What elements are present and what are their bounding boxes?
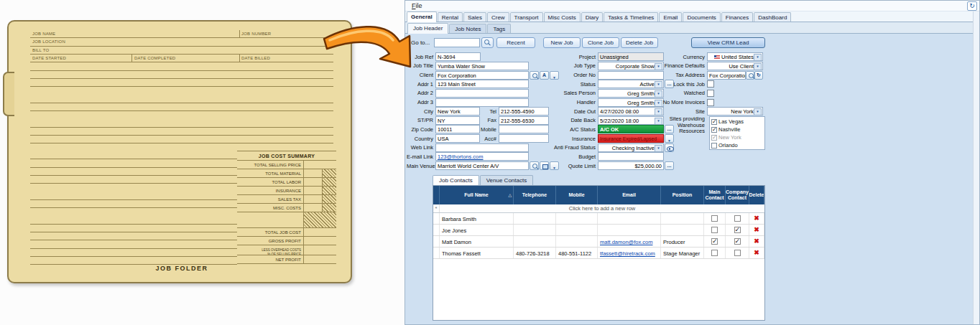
mobile-cell[interactable]: 480-551-1122 <box>556 248 598 258</box>
tab-transport[interactable]: Transport <box>510 12 543 22</box>
delete-cell[interactable]: ✖ <box>749 248 764 258</box>
email-cell[interactable]: tfassett@hiretrack.com <box>598 248 661 258</box>
job-ref-field[interactable]: N-3694 <box>435 52 481 61</box>
search-icon[interactable] <box>481 37 494 48</box>
telephone-cell[interactable] <box>514 213 556 224</box>
tax-address-field[interactable]: Fox Corporation <box>707 71 746 80</box>
country-field[interactable]: USA <box>435 134 480 143</box>
tab-rental[interactable]: Rental <box>438 12 463 22</box>
telephone-cell[interactable] <box>514 225 556 235</box>
tab-tasks-timelines[interactable]: Tasks & Timelines <box>604 12 658 22</box>
main-contact-cell[interactable] <box>704 236 726 247</box>
addr1-field[interactable]: 123 Main Street <box>435 80 529 88</box>
contact-row-matt-damon[interactable]: Matt Damon matt.damon@fox.com Producer ✖ <box>433 236 764 248</box>
main-contact-checkbox[interactable] <box>711 250 718 256</box>
delete-icon[interactable]: ✖ <box>754 215 759 222</box>
column-header-email[interactable]: Email <box>598 186 661 204</box>
telephone-cell[interactable]: 480-726-3218 <box>514 248 556 258</box>
lock-job-checkbox[interactable] <box>707 80 714 88</box>
mobile-cell[interactable] <box>556 213 598 224</box>
menu-file[interactable]: File <box>412 2 422 9</box>
finance-defaults-select[interactable]: Use Client <box>707 62 763 70</box>
clone-job-button[interactable]: Clone Job <box>582 37 619 48</box>
email-link[interactable]: tfassett@hiretrack.com <box>600 250 655 257</box>
tab-documents[interactable]: Documents <box>683 12 720 22</box>
web-link-field[interactable] <box>435 143 529 152</box>
site-checkbox[interactable] <box>711 143 717 149</box>
refresh-icon[interactable]: ↻ <box>967 1 977 11</box>
venue-search-icon[interactable] <box>530 161 539 170</box>
full-name-cell[interactable]: Thomas Fassett <box>440 248 514 258</box>
email-link-field[interactable]: 123@thortons.com <box>435 152 529 161</box>
delete-icon[interactable]: ✖ <box>754 250 759 256</box>
company-contact-checkbox[interactable] <box>734 215 741 222</box>
quote-limit-ellipsis-icon[interactable] <box>665 161 674 170</box>
zip-field[interactable]: 10011 <box>435 125 480 133</box>
new-job-button[interactable]: New Job <box>543 37 581 48</box>
view-crm-lead-button[interactable]: View CRM Lead <box>691 37 765 48</box>
quote-limit-field[interactable]: $25,000.00 <box>598 161 664 170</box>
full-name-cell[interactable]: Barbara Smith <box>440 213 514 224</box>
main-venue-field[interactable]: Marriott World Center A/V <box>435 161 529 170</box>
column-header-main-contact[interactable]: Main Contact <box>704 186 726 204</box>
site-item-nashville[interactable]: Nashville <box>711 126 763 133</box>
company-contact-cell[interactable] <box>726 236 749 247</box>
column-header-full-name[interactable]: Full Name△ <box>440 186 514 204</box>
telephone-cell[interactable] <box>514 236 556 247</box>
main-contact-checkbox[interactable] <box>711 227 718 233</box>
site-item-las-vegas[interactable]: Las Vegas <box>711 118 763 126</box>
warehouse-sites-list[interactable]: Las Vegas Nashville New York Orlando <box>709 116 765 150</box>
delete-icon[interactable]: ✖ <box>754 238 759 245</box>
recent-button[interactable]: Recent <box>496 37 535 48</box>
column-header-delete[interactable]: Delete <box>749 186 764 204</box>
delete-icon[interactable]: ✖ <box>754 227 759 233</box>
job-title-field[interactable]: Yumba Water Show <box>435 62 529 70</box>
grid-add-row[interactable]: * Click here to add a new row <box>433 204 764 213</box>
tab-crew[interactable]: Crew <box>487 12 509 22</box>
main-contact-checkbox[interactable] <box>711 238 718 245</box>
subtab-job-notes[interactable]: Job Notes <box>449 24 486 33</box>
site-checkbox[interactable] <box>711 119 717 125</box>
tab-venue-contacts[interactable]: Venue Contacts <box>480 175 533 185</box>
company-contact-checkbox[interactable] <box>734 250 741 256</box>
column-header-company-contact[interactable]: Company Contact <box>726 186 749 204</box>
position-cell[interactable] <box>661 225 704 235</box>
mobile-cell[interactable] <box>556 236 598 247</box>
tab-dashboard[interactable]: DashBoard <box>754 12 791 22</box>
client-search-icon[interactable] <box>530 71 539 80</box>
site-item-orlando[interactable]: Orlando <box>711 141 763 149</box>
main-contact-cell[interactable] <box>704 225 726 235</box>
company-contact-checkbox[interactable] <box>734 227 741 233</box>
client-field[interactable]: Fox Corporation <box>435 71 529 80</box>
addr3-field[interactable] <box>435 98 529 107</box>
addr2-field[interactable] <box>435 89 529 98</box>
column-header-mobile[interactable]: Mobile <box>556 186 598 204</box>
main-contact-checkbox[interactable] <box>711 215 718 222</box>
currency-select[interactable]: United States <box>707 52 763 61</box>
no-more-invoices-checkbox[interactable] <box>707 99 714 106</box>
sort-ascending-icon[interactable]: △ <box>508 192 512 198</box>
mobile-cell[interactable] <box>556 225 598 235</box>
position-cell[interactable]: Producer <box>661 236 704 247</box>
tab-misc-costs[interactable]: Misc Costs <box>544 12 581 22</box>
company-contact-checkbox[interactable] <box>734 238 741 245</box>
delete-cell[interactable]: ✖ <box>749 225 764 235</box>
tab-sales[interactable]: Sales <box>463 12 486 22</box>
delete-job-button[interactable]: Delete Job <box>621 37 658 48</box>
subtab-tags[interactable]: Tags <box>487 24 511 33</box>
tab-finances[interactable]: Finances <box>721 12 753 22</box>
goto-input[interactable] <box>434 38 480 47</box>
contact-row-thomas-fassett[interactable]: Thomas Fassett 480-726-3218 480-551-1122… <box>433 248 764 259</box>
site-select[interactable]: New York <box>707 107 763 116</box>
tax-address-search-icon[interactable] <box>746 71 754 80</box>
site-checkbox[interactable] <box>711 127 717 133</box>
company-contact-cell[interactable] <box>726 225 749 235</box>
company-contact-cell[interactable] <box>726 213 749 224</box>
budget-field[interactable] <box>598 152 664 161</box>
column-header-position[interactable]: Position <box>661 186 704 204</box>
contact-row-joe-jones[interactable]: Joe Jones ✖ <box>433 225 764 236</box>
tab-email[interactable]: Email <box>659 12 682 22</box>
full-name-cell[interactable]: Joe Jones <box>440 225 514 235</box>
position-cell[interactable]: Stage Manager <box>661 248 704 258</box>
column-header-telephone[interactable]: Telephone <box>514 186 556 204</box>
